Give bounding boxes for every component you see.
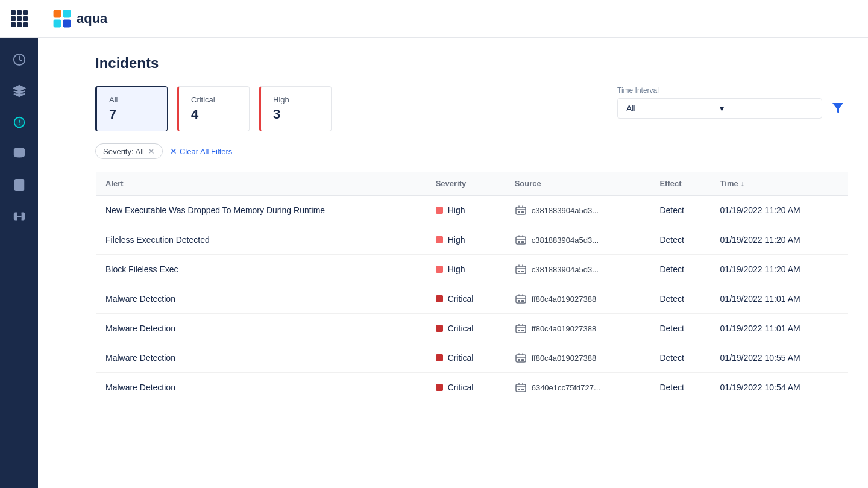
svg-rect-28	[516, 384, 526, 392]
page-title: Incidents	[95, 55, 849, 72]
row-5-severity: Critical	[426, 343, 505, 373]
svg-rect-15	[521, 241, 524, 243]
col-effect: Effect	[650, 172, 710, 196]
table-row[interactable]: New Executable Was Dropped To Memory Dur…	[96, 196, 849, 225]
incidents-icon	[13, 116, 26, 131]
row-0-time: 01/19/2022 11:20 AM	[711, 196, 849, 225]
time-interval-select[interactable]: All ▾	[617, 98, 822, 119]
summary-card-critical-count: 4	[191, 107, 237, 122]
svg-rect-23	[518, 330, 520, 331]
row-1-alert: Fileless Execution Detected	[96, 225, 426, 255]
table-row[interactable]: Malware DetectionCritical ff80c4a0190273…	[96, 343, 849, 373]
sidebar-top-bar	[0, 0, 38, 38]
row-2-alert: Block Fileless Exec	[96, 255, 426, 284]
row-3-severity: Critical	[426, 284, 505, 314]
severity-filter-tag[interactable]: Severity: All ✕	[95, 143, 163, 159]
summary-card-all-count: 7	[109, 107, 155, 122]
clear-all-filters-button[interactable]: ✕ Clear All Filters	[170, 146, 232, 156]
integrations-icon	[13, 210, 26, 225]
summary-card-high-label: High	[273, 95, 319, 104]
severity-dot-icon	[436, 295, 443, 302]
severity-dot-icon	[436, 325, 443, 332]
summary-cards: All 7 Critical 4 High 3	[95, 86, 336, 131]
clear-all-label: Clear All Filters	[180, 147, 232, 156]
row-4-time: 01/19/2022 11:01 AM	[711, 314, 849, 343]
container-icon	[515, 381, 527, 393]
filter-funnel-icon	[831, 101, 844, 114]
table-header: Alert Severity Source Effect Time ↓	[96, 172, 849, 196]
apps-grid-icon[interactable]	[11, 10, 28, 27]
svg-rect-18	[521, 271, 524, 272]
severity-label: High	[448, 264, 465, 274]
svg-rect-6	[63, 10, 71, 18]
severity-filter-label: Severity: All	[103, 147, 144, 156]
row-1-time: 01/19/2022 11:20 AM	[711, 225, 849, 255]
svg-rect-27	[521, 359, 524, 361]
sidebar-nav	[0, 38, 38, 231]
severity-dot-icon	[436, 384, 443, 391]
container-icon	[515, 263, 527, 275]
chevron-down-icon: ▾	[720, 104, 813, 113]
severity-dot-icon	[436, 236, 443, 243]
main-content: Incidents All 7 Critical 4 High 3 Time I…	[76, 38, 868, 488]
table-row[interactable]: Malware DetectionCritical ff80c4a0190273…	[96, 284, 849, 314]
svg-rect-20	[518, 300, 520, 302]
time-interval-value: All	[626, 104, 720, 113]
svg-rect-25	[516, 355, 526, 362]
row-6-time: 01/19/2022 10:54 AM	[711, 373, 849, 402]
svg-rect-8	[63, 20, 71, 28]
filter-button[interactable]	[827, 97, 849, 119]
source-value: c381883904a5d3...	[532, 206, 599, 215]
sidebar	[0, 0, 38, 488]
aqua-logo: aqua	[52, 9, 107, 28]
time-interval-group: Time Interval All ▾	[617, 86, 849, 119]
row-0-severity: High	[426, 196, 505, 225]
summary-card-high-count: 3	[273, 107, 319, 122]
row-0-effect: Detect	[650, 196, 710, 225]
table-row[interactable]: Block Fileless ExecHigh c381883904a5d3..…	[96, 255, 849, 284]
svg-rect-10	[516, 207, 526, 214]
sidebar-item-reports[interactable]	[6, 173, 33, 199]
summary-card-all[interactable]: All 7	[95, 86, 168, 131]
severity-filter-close-icon[interactable]: ✕	[148, 146, 155, 156]
container-icon	[515, 204, 527, 216]
summary-card-high[interactable]: High 3	[259, 86, 332, 131]
dashboard-icon	[13, 53, 26, 69]
severity-dot-icon	[436, 266, 443, 273]
row-3-time: 01/19/2022 11:01 AM	[711, 284, 849, 314]
severity-label: High	[448, 235, 465, 245]
sidebar-item-dashboard[interactable]	[6, 48, 33, 74]
layers-icon	[13, 147, 26, 163]
col-time[interactable]: Time ↓	[711, 172, 849, 196]
aqua-logo-icon	[52, 9, 72, 28]
svg-rect-13	[516, 237, 526, 244]
table-row[interactable]: Malware DetectionCritical ff80c4a0190273…	[96, 314, 849, 343]
row-3-effect: Detect	[650, 284, 710, 314]
col-source: Source	[505, 172, 650, 196]
sidebar-item-workloads[interactable]	[6, 79, 33, 105]
summary-card-critical-label: Critical	[191, 95, 237, 104]
row-2-time: 01/19/2022 11:20 AM	[711, 255, 849, 284]
source-value: c381883904a5d3...	[532, 265, 599, 274]
severity-label: Critical	[448, 324, 474, 333]
sidebar-item-integrations[interactable]	[6, 204, 33, 231]
table-row[interactable]: Fileless Execution DetectedHigh c3818839…	[96, 225, 849, 255]
svg-rect-17	[518, 271, 520, 272]
row-2-source: c381883904a5d3...	[505, 255, 650, 284]
sidebar-item-incidents[interactable]	[6, 110, 33, 137]
source-value: c381883904a5d3...	[532, 236, 599, 245]
svg-rect-30	[521, 389, 524, 390]
row-4-severity: Critical	[426, 314, 505, 343]
row-6-source: 6340e1cc75fd727...	[505, 373, 650, 402]
row-1-source: c381883904a5d3...	[505, 225, 650, 255]
sidebar-item-layers[interactable]	[6, 142, 33, 168]
severity-label: High	[448, 205, 465, 215]
col-severity: Severity	[426, 172, 505, 196]
summary-card-critical[interactable]: Critical 4	[177, 86, 250, 131]
svg-marker-9	[832, 103, 843, 113]
table-row[interactable]: Malware DetectionCritical 6340e1cc75fd72…	[96, 373, 849, 402]
workloads-icon	[13, 84, 26, 100]
source-value: ff80c4a019027388	[532, 324, 596, 333]
clear-all-x-icon: ✕	[170, 146, 177, 156]
reports-icon	[13, 178, 26, 194]
